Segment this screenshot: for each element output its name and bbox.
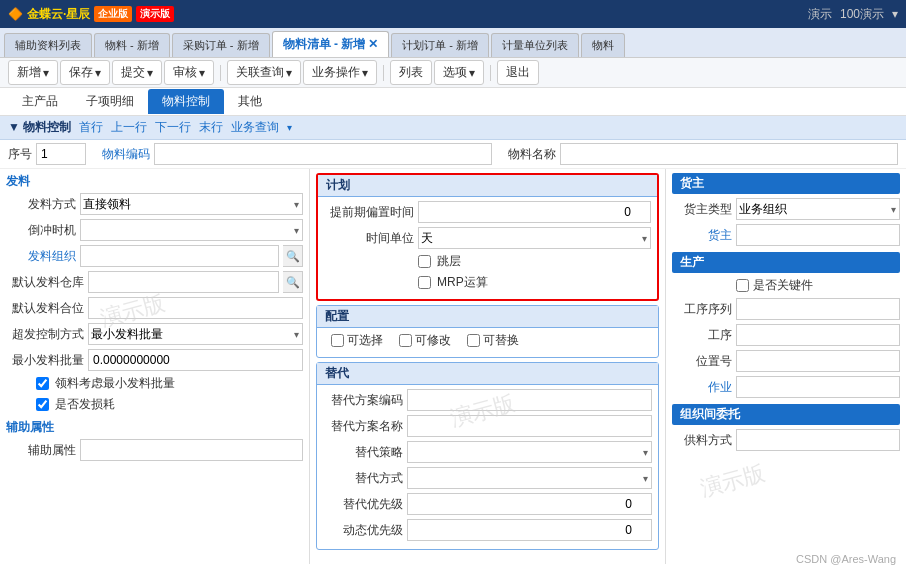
min-issue-qty-label: 最小发料批量	[6, 352, 84, 369]
selectable-checkbox[interactable]	[331, 334, 344, 347]
tab-bar: 辅助资料列表 物料 - 新增 采购订单 - 新增 物料清单 - 新增 ✕ 计划订…	[0, 28, 906, 58]
min-issue-qty-input[interactable]	[88, 349, 303, 371]
approve-button[interactable]: 审核 ▾	[164, 60, 214, 85]
sub-tab-material-control[interactable]: 物料控制	[148, 89, 224, 114]
alt-method-label: 替代方式	[323, 470, 403, 487]
default-warehouse-search-icon[interactable]: 🔍	[283, 271, 303, 293]
location-num-input[interactable]	[736, 350, 900, 372]
is-loss-row: 是否发损耗	[6, 396, 303, 413]
default-supplier-input[interactable]	[88, 297, 303, 319]
issue-method-select[interactable]: 直接领料	[80, 193, 303, 215]
is-loss-checkbox[interactable]	[36, 398, 49, 411]
consider-min-checkbox[interactable]	[36, 377, 49, 390]
supplier-type-select[interactable]: 业务组织	[736, 198, 900, 220]
is-key-row: 是否关键件	[672, 277, 900, 294]
aux-field-row: 辅助属性	[6, 439, 303, 461]
material-code-input[interactable]	[154, 143, 492, 165]
tab-plan-new[interactable]: 计划订单 - 新增	[391, 33, 489, 57]
related-button[interactable]: 关联查询 ▾	[227, 60, 301, 85]
supply-method-label: 供料方式	[672, 432, 732, 449]
replaceable-label: 可替换	[483, 332, 519, 349]
jump-layer-checkbox[interactable]	[418, 255, 431, 268]
min-issue-qty-row: 最小发料批量	[6, 349, 303, 371]
replaceable-checkbox[interactable]	[467, 334, 480, 347]
default-warehouse-row: 默认发料仓库 🔍	[6, 271, 303, 293]
topbar-dropdown-icon[interactable]: ▾	[892, 7, 898, 21]
default-supplier-row: 默认发料合位	[6, 297, 303, 319]
material-code-label: 物料编码	[102, 146, 150, 163]
replaceable-item: 可替换	[467, 332, 519, 349]
mrp-calc-row: MRP运算	[324, 274, 651, 291]
operation-row: 工序	[672, 324, 900, 346]
time-unit-select[interactable]: 天	[418, 227, 651, 249]
alt-method-select[interactable]	[407, 467, 652, 489]
nav-next[interactable]: 下一行	[155, 119, 191, 136]
material-name-input[interactable]	[560, 143, 898, 165]
action-bar: 新增 ▾ 保存 ▾ 提交 ▾ 审核 ▾ 关联查询 ▾ 业务操作 ▾ 列表 选项 …	[0, 58, 906, 88]
buffer-trigger-select[interactable]	[80, 219, 303, 241]
nav-last[interactable]: 末行	[199, 119, 223, 136]
list-button[interactable]: 列表	[390, 60, 432, 85]
selectable-item: 可选择	[331, 332, 383, 349]
issue-org-input[interactable]	[80, 245, 279, 267]
is-key-checkbox[interactable]	[736, 279, 749, 292]
sub-tab-sub-detail[interactable]: 子项明细	[72, 89, 148, 114]
submit-button[interactable]: 提交 ▾	[112, 60, 162, 85]
csdn-credit: CSDN @Ares-Wang	[796, 553, 896, 565]
save-button[interactable]: 保存 ▾	[60, 60, 110, 85]
default-warehouse-input[interactable]	[88, 271, 279, 293]
top-bar-right: 演示 100演示 ▾	[808, 6, 898, 23]
tab-close-icon[interactable]: ✕	[368, 37, 378, 51]
tab-material-list-new[interactable]: 物料清单 - 新增 ✕	[272, 31, 390, 57]
alt-strategy-select[interactable]	[407, 441, 652, 463]
alt-priority-row: 替代优先级	[323, 493, 652, 515]
alt-plan-code-input[interactable]	[407, 389, 652, 411]
aux-field-input[interactable]	[80, 439, 303, 461]
operation-input[interactable]	[736, 324, 900, 346]
advance-time-row: 提前期偏置时间	[324, 201, 651, 223]
workshop-seq-input[interactable]	[736, 298, 900, 320]
config-section-box: 配置 可选择 可修改 可替换	[316, 305, 659, 358]
exit-button[interactable]: 退出	[497, 60, 539, 85]
produce-section-header: 生产	[672, 252, 900, 273]
tab-material-new[interactable]: 物料 - 新增	[94, 33, 170, 57]
issue-method-label: 发料方式	[6, 196, 76, 213]
supply-method-row: 供料方式	[672, 429, 900, 451]
sub-tab-other[interactable]: 其他	[224, 89, 276, 114]
nav-query[interactable]: 业务查询	[231, 119, 279, 136]
mrp-calc-checkbox[interactable]	[418, 276, 431, 289]
advance-time-input[interactable]	[418, 201, 651, 223]
supplier-section-header: 货主	[672, 173, 900, 194]
jump-layer-row: 跳层	[324, 253, 651, 270]
location-num-row: 位置号	[672, 350, 900, 372]
aux-section-label: 辅助属性	[6, 419, 303, 436]
supply-method-input[interactable]	[736, 429, 900, 451]
serial-input[interactable]	[36, 143, 86, 165]
nav-prev[interactable]: 上一行	[111, 119, 147, 136]
editable-checkbox[interactable]	[399, 334, 412, 347]
tab-material2[interactable]: 物料	[581, 33, 625, 57]
tab-purchase-new[interactable]: 采购订单 - 新增	[172, 33, 270, 57]
sub-tab-bar: 主产品 子项明细 物料控制 其他	[0, 88, 906, 116]
nav-first[interactable]: 首行	[79, 119, 103, 136]
default-supplier-label: 默认发料合位	[6, 300, 84, 317]
over-issue-select[interactable]: 最小发料批量	[88, 323, 303, 345]
operation2-input[interactable]	[736, 376, 900, 398]
top-bar: 🔶 金蝶云·星辰 企业版 演示版 演示 100演示 ▾	[0, 0, 906, 28]
supplier-input[interactable]	[736, 224, 900, 246]
alt-plan-name-input[interactable]	[407, 415, 652, 437]
sub-tab-main-product[interactable]: 主产品	[8, 89, 72, 114]
nav-dropdown-icon[interactable]: ▾	[287, 122, 292, 133]
issue-org-search-icon[interactable]: 🔍	[283, 245, 303, 267]
tab-unit-list[interactable]: 计量单位列表	[491, 33, 579, 57]
supplier-label: 货主	[672, 227, 732, 244]
new-button[interactable]: 新增 ▾	[8, 60, 58, 85]
alt-strategy-row: 替代策略 ▾	[323, 441, 652, 463]
biz-op-button[interactable]: 业务操作 ▾	[303, 60, 377, 85]
tab-helper[interactable]: 辅助资料列表	[4, 33, 92, 57]
alt-priority-input[interactable]	[407, 493, 652, 515]
config-items-row: 可选择 可修改 可替换	[323, 332, 652, 349]
selectable-label: 可选择	[347, 332, 383, 349]
dynamic-priority-input[interactable]	[407, 519, 652, 541]
options-button[interactable]: 选项 ▾	[434, 60, 484, 85]
